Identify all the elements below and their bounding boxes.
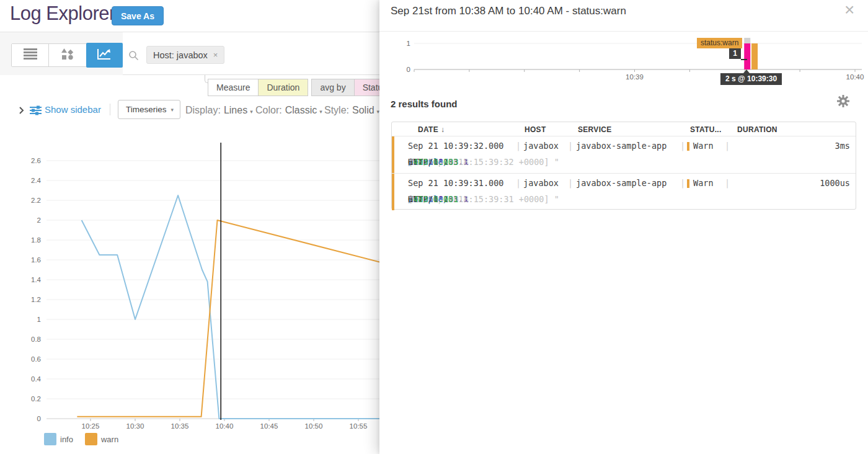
svg-text:1: 1 [37,316,41,323]
svg-text:0: 0 [37,415,41,422]
count-badge: 1 [729,48,741,59]
timeseries-icon [97,48,112,63]
color-value: Classic [285,105,317,115]
log-detail-modal: Sep 21st from 10:38 AM to 10:40 AM - sta… [379,0,868,454]
chevron-down-icon: ▾ [250,109,253,115]
display-dropdown[interactable]: Display:Lines▾ [185,105,253,116]
svg-text:10:39: 10:39 [626,73,644,81]
results-count: 2 results found [391,99,458,109]
controls-divider [110,104,110,115]
style-value: Solid [352,105,374,115]
group-by-chip[interactable]: avg by [311,79,354,96]
shapes-icon [61,48,74,63]
display-value: Lines [224,105,247,115]
status-mini-bar [687,179,689,188]
duration-value: 3ms [835,141,850,151]
measure-value-chip[interactable]: Duration [258,79,308,96]
view-switcher [11,43,123,67]
save-as-button[interactable]: Save As [112,6,164,25]
collapse-chevron-icon[interactable] [19,106,24,117]
column-header-host[interactable]: HOST [525,125,546,134]
svg-text:1.8: 1.8 [31,236,41,244]
log-row[interactable]: Sep 21 10:39:32.000|javabox|javabox-samp… [392,136,856,173]
svg-text:10:50: 10:50 [305,422,323,430]
sort-desc-icon: ↓ [441,125,445,134]
column-header-service[interactable]: SERVICE [578,125,612,134]
info-swatch [44,433,56,445]
search-icon [128,50,139,63]
svg-text:1.6: 1.6 [31,256,41,264]
status-mini-bar [687,142,689,151]
severity-accent-bar [392,174,394,210]
svg-text:1.2: 1.2 [31,296,41,303]
chevron-down-icon: ▾ [319,109,322,115]
timeseries-view-button[interactable] [86,43,123,68]
show-sidebar-toggle[interactable]: Show sidebar [45,104,101,115]
svg-text:2.6: 2.6 [31,157,41,164]
log-row[interactable]: Sep 21 10:39:31.000|javabox|javabox-samp… [392,173,856,210]
svg-text:10:45: 10:45 [260,422,278,430]
column-header-status[interactable]: STATU... [690,125,722,134]
chart-legend: info warn [44,433,130,445]
graph-type-value: Timeseries [126,105,167,114]
aggregate-view-button[interactable] [49,44,86,66]
svg-text:1.4: 1.4 [31,276,42,283]
page-title: Log Explorer [10,2,115,25]
status-warn-chip: status:warn [697,38,742,48]
svg-text:0.4: 0.4 [31,375,42,383]
measure-chip[interactable]: Measure [208,79,259,96]
column-header-date[interactable]: DATE↓ [418,125,445,134]
svg-text:0.2: 0.2 [31,395,41,403]
list-view-button[interactable] [12,44,49,66]
results-table: DATE↓ HOST SERVICE STATU... DURATION Sep… [391,122,856,210]
badge-connector [741,59,747,60]
svg-text:0.6: 0.6 [31,355,41,363]
legend-label: warn [101,435,118,444]
svg-text:2.2: 2.2 [31,197,41,204]
svg-text:10:30: 10:30 [126,422,144,430]
svg-text:2.4: 2.4 [31,177,42,184]
legend-item-warn[interactable]: warn [85,433,118,445]
style-label: Style: [324,105,349,115]
svg-text:2: 2 [37,216,41,224]
svg-text:10:25: 10:25 [82,422,100,430]
remove-filter-icon[interactable]: × [213,50,218,60]
log-explorer-app: Log Explorer Save As Host: javabox × [0,0,868,454]
severity-accent-bar [392,136,394,173]
svg-text:0: 0 [407,66,410,73]
color-label: Color: [255,105,282,115]
gear-icon[interactable] [837,95,849,110]
warn-swatch [85,433,97,445]
chevron-down-icon: ▾ [170,107,174,113]
legend-item-info[interactable]: info [44,433,73,445]
host-filter-tag[interactable]: Host: javabox × [146,46,224,64]
bucket-tooltip: 2 s @ 10:39:30 [720,73,782,85]
graph-type-select[interactable]: Timeseries ▾ [118,100,180,119]
sliders-icon [30,105,42,118]
host-filter-label: Host: javabox [153,50,208,60]
svg-text:10:55: 10:55 [350,422,368,430]
column-header-duration[interactable]: DURATION [737,125,777,134]
modal-title: Sep 21st from 10:38 AM to 10:40 AM - sta… [391,5,626,17]
close-icon[interactable]: × [844,0,854,20]
legend-label: info [60,435,73,444]
modal-divider [379,31,868,32]
color-dropdown[interactable]: Color:Classic▾ [255,105,322,116]
style-dropdown[interactable]: Style:Solid▾ [324,105,379,116]
query-chips: Measure Duration avg by Status × [208,79,405,96]
svg-text:0.8: 0.8 [31,336,41,343]
svg-text:10:40: 10:40 [216,422,234,430]
svg-text:10:40: 10:40 [846,73,864,81]
svg-text:10:35: 10:35 [171,422,189,430]
svg-text:1: 1 [407,40,410,47]
duration-value: 1000us [820,178,850,188]
list-icon [24,48,37,62]
display-label: Display: [185,105,221,115]
